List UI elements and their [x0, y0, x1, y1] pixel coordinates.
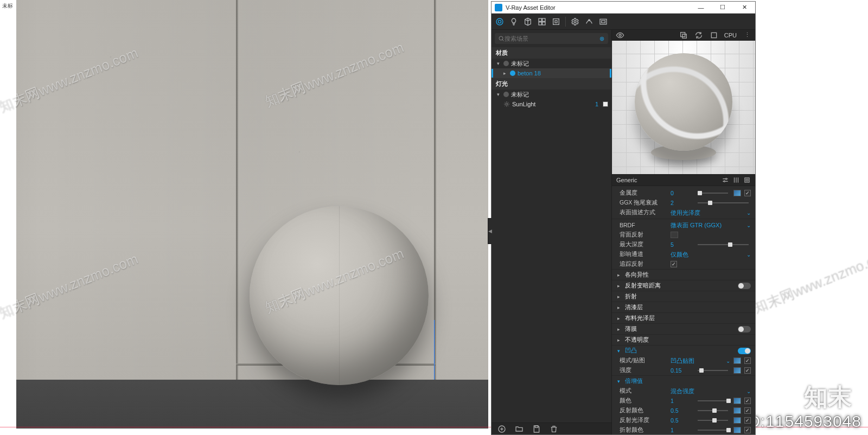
chevron-down-icon[interactable]: ⌄	[746, 210, 751, 216]
slider[interactable]	[698, 202, 749, 203]
group-reflect-dim[interactable]: ▸ 反射变暗距离	[612, 280, 755, 291]
search-clear-icon[interactable]: ⊗	[598, 35, 605, 42]
prop-ggx-tail: GGX 拖尾衰减 2	[612, 198, 755, 208]
slider[interactable]	[698, 193, 728, 194]
toggle[interactable]	[738, 283, 751, 289]
lights-tab-icon[interactable]	[509, 17, 519, 27]
svg-rect-15	[535, 426, 538, 427]
dropdown[interactable]: 使用光泽度	[671, 209, 700, 217]
equalizer-icon[interactable]	[732, 176, 740, 184]
window-minimize-button[interactable]: —	[690, 2, 712, 14]
slider[interactable]	[698, 430, 728, 431]
tree-group-untagged-lights[interactable]: ▾ 未标记	[492, 89, 611, 99]
checkbox[interactable]	[744, 190, 751, 196]
geometry-tab-icon[interactable]	[523, 17, 533, 27]
checkbox[interactable]	[744, 398, 751, 404]
slider[interactable]	[698, 370, 728, 371]
tree-item-beton18[interactable]: ▸ beton 18	[492, 68, 611, 78]
window-maximize-button[interactable]: ☐	[712, 2, 733, 14]
expand-arrow-icon[interactable]: ▸	[617, 294, 622, 299]
preset-icon[interactable]	[743, 176, 751, 184]
search-box[interactable]: ⊗	[495, 33, 608, 44]
window-close-button[interactable]: ✕	[733, 2, 755, 14]
checkbox[interactable]	[671, 261, 677, 267]
window-titlebar[interactable]: V-Ray Asset Editor — ☐ ✕	[492, 2, 755, 14]
expand-arrow-icon[interactable]: ▾	[497, 92, 501, 97]
checkbox[interactable]	[744, 407, 751, 414]
textures-tab-icon[interactable]	[551, 17, 561, 27]
eye-icon[interactable]	[615, 30, 625, 40]
checkbox[interactable]	[744, 367, 751, 374]
expand-arrow-icon[interactable]: ▾	[617, 348, 622, 354]
refresh-icon[interactable]	[694, 30, 704, 40]
texture-slot[interactable]	[733, 398, 741, 404]
expand-arrow-icon[interactable]: ▸	[503, 71, 508, 76]
prop-metalness: 金属度 0	[612, 188, 755, 198]
expand-arrow-icon[interactable]: ▸	[617, 283, 622, 289]
chevron-down-icon[interactable]: ⌄	[726, 358, 730, 364]
chevron-down-icon[interactable]: ⌄	[746, 388, 751, 394]
material-ball-icon	[510, 71, 515, 76]
group-thin-film[interactable]: ▸ 薄膜	[612, 323, 755, 334]
texture-slot[interactable]	[733, 190, 741, 196]
slider[interactable]	[698, 420, 728, 421]
materials-tab-icon[interactable]	[495, 17, 505, 27]
toggle[interactable]	[738, 326, 751, 332]
chevron-down-icon[interactable]: ⌄	[746, 252, 751, 258]
folder-icon[interactable]	[514, 424, 524, 434]
texture-slot[interactable]	[733, 407, 741, 414]
expand-arrow-icon[interactable]: ▸	[617, 327, 622, 332]
checkbox[interactable]	[744, 357, 751, 364]
pop-out-icon[interactable]	[679, 30, 688, 40]
group-sheen[interactable]: ▸ 布料光泽层	[612, 312, 755, 323]
expand-arrow-icon[interactable]: ▾	[497, 61, 501, 66]
save-icon[interactable]	[532, 424, 541, 434]
checkbox[interactable]	[744, 427, 751, 433]
texture-slot[interactable]	[733, 357, 741, 364]
group-anisotropy[interactable]: ▸ 各向异性	[612, 269, 755, 280]
group-bump[interactable]: ▾ 凹凸	[612, 345, 755, 356]
kebab-menu-icon[interactable]: ⋮	[742, 30, 752, 40]
expand-arrow-icon[interactable]: ▸	[617, 316, 622, 321]
group-multipliers[interactable]: ▾ 倍增值	[612, 375, 755, 386]
sun-icon	[503, 101, 510, 107]
texture-slot[interactable]	[733, 417, 741, 424]
group-refraction[interactable]: ▸ 折射	[612, 291, 755, 302]
checkbox[interactable]	[744, 417, 751, 424]
tree-item-sunlight[interactable]: SunLight 1	[492, 99, 611, 109]
dropdown[interactable]: 仅颜色	[671, 251, 688, 259]
render-engine-icon[interactable]	[709, 30, 719, 40]
delete-icon[interactable]	[549, 424, 559, 434]
texture-slot[interactable]	[733, 367, 741, 374]
dropdown[interactable]: 混合强度	[671, 387, 694, 395]
frame-buffer-icon[interactable]	[598, 17, 608, 27]
render-icon[interactable]	[584, 17, 594, 27]
slider[interactable]	[698, 410, 728, 411]
texture-slot[interactable]	[733, 427, 741, 433]
group-opacity[interactable]: ▸ 不透明度	[612, 334, 755, 345]
expand-arrow-icon[interactable]: ▸	[617, 272, 622, 278]
slider[interactable]	[698, 400, 728, 401]
sliders-icon[interactable]	[722, 176, 729, 184]
dropdown[interactable]: 微表面 GTR (GGX)	[671, 221, 722, 229]
tree-group-untagged-materials[interactable]: ▾ 未标记	[492, 59, 611, 68]
properties-scroll[interactable]: 金属度 0 GGX 拖尾衰减 2 表面描述方式 使用光泽度 ⌄	[612, 186, 755, 434]
group-coat[interactable]: ▸ 清漆层	[612, 302, 755, 312]
render-elements-tab-icon[interactable]	[537, 17, 547, 27]
add-asset-icon[interactable]	[497, 424, 507, 434]
light-color-swatch[interactable]	[603, 101, 608, 107]
chevron-down-icon[interactable]: ⌄	[746, 222, 751, 228]
expand-arrow-icon[interactable]: ▸	[617, 337, 622, 343]
dropdown[interactable]: 凹凸贴图	[671, 357, 694, 365]
toggle[interactable]	[738, 348, 751, 354]
expand-arrow-icon[interactable]: ▸	[617, 305, 622, 310]
color-swatch[interactable]	[671, 232, 678, 238]
section-generic[interactable]: Generic	[612, 174, 755, 186]
slider[interactable]	[698, 244, 749, 245]
settings-icon[interactable]	[570, 17, 580, 27]
cpu-label[interactable]: CPU	[724, 32, 737, 39]
panel-collapse-handle[interactable]: ◀	[488, 218, 492, 244]
search-input[interactable]	[505, 35, 598, 42]
material-preview[interactable]	[612, 41, 755, 174]
expand-arrow-icon[interactable]: ▾	[617, 379, 622, 384]
